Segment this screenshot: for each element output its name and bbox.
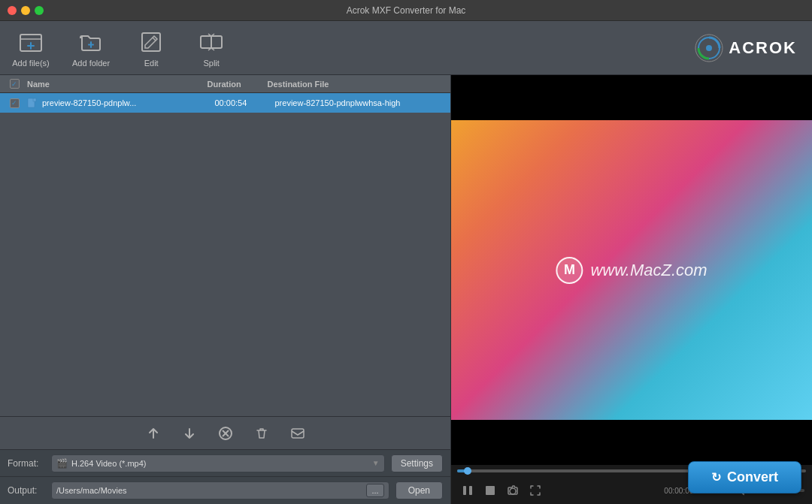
table-header: Name Duration Destination File [0,75,450,93]
row-duration-0: 00:00:54 [215,98,275,107]
svg-rect-14 [469,486,472,495]
col-name: Name [26,80,208,89]
convert-btn-area: ↻ Convert [688,461,801,493]
preview-video: M www.MacZ.com [451,120,812,420]
preview-panel: M www.MacZ.com [451,75,812,504]
row-name-0: preview-827150-pdnplw... [42,98,215,107]
svg-point-16 [510,488,516,494]
add-files-button[interactable]: Add file(s) [12,29,50,68]
action-buttons [0,416,450,449]
edit-label: Edit [144,59,159,68]
file-panel: Name Duration Destination File [0,75,451,504]
acrok-logo-text: ACROK [729,38,797,58]
message-button[interactable] [287,423,308,444]
preview-bottom-black [451,420,812,465]
pause-button[interactable] [459,481,477,499]
output-row: Output: /Users/mac/Movies ... Open [0,477,450,504]
row-checkbox[interactable] [3,98,26,108]
format-icon: 🎬 [56,458,68,469]
select-all-checkbox[interactable] [10,79,20,89]
move-down-button[interactable] [179,423,200,444]
title-bar: Acrok MXF Converter for Mac [0,0,812,21]
main-container: Add file(s) Add folder Edit [0,21,812,504]
bottom-bar: Format: 🎬 H.264 Video (*.mp4) ▼ Settings… [0,449,450,504]
dropdown-arrow-icon: ▼ [372,459,380,467]
convert-button[interactable]: ↻ Convert [688,461,801,493]
header-checkbox[interactable] [3,79,26,89]
col-duration: Duration [208,80,268,89]
add-folder-button[interactable]: Add folder [72,29,110,68]
open-button[interactable]: Open [395,481,443,499]
cancel-button[interactable] [215,423,236,444]
row-check-0[interactable] [10,98,20,108]
preview-top-black [451,75,812,120]
svg-rect-8 [33,98,36,101]
output-browse-button[interactable]: ... [366,484,383,497]
move-up-button[interactable] [143,423,164,444]
output-path-text: /Users/mac/Movies [56,486,363,495]
add-files-icon [17,29,44,56]
format-row: Format: 🎬 H.264 Video (*.mp4) ▼ Settings [0,450,450,477]
convert-label: Convert [727,469,778,485]
output-path-field: /Users/mac/Movies ... [51,481,389,499]
split-icon [198,29,225,56]
edit-icon [138,29,165,56]
svg-rect-15 [486,486,495,495]
settings-button[interactable]: Settings [391,454,443,472]
split-label: Split [203,59,219,68]
content-area: Name Duration Destination File [0,75,812,504]
progress-handle[interactable] [464,467,471,475]
svg-rect-12 [292,429,304,438]
close-button[interactable] [8,6,17,15]
watermark-icon: M [556,257,583,284]
add-files-label: Add file(s) [12,59,50,68]
format-value: H.264 Video (*.mp4) [71,459,372,468]
svg-rect-13 [463,486,466,495]
window-title: Acrok MXF Converter for Mac [347,5,466,16]
watermark-text: www.MacZ.com [590,261,707,280]
col-destination: Destination File [268,80,448,89]
table-body: preview-827150-pdnplw... 00:00:54 previe… [0,93,450,416]
edit-button[interactable]: Edit [132,29,170,68]
fullscreen-button[interactable] [526,481,544,499]
minimize-button[interactable] [21,6,30,15]
row-destination-0: preview-827150-pdnplwwhsa-high [275,98,448,107]
toolbar: Add file(s) Add folder Edit [0,21,812,75]
format-label: Format: [8,458,45,469]
traffic-lights [8,6,44,15]
add-folder-icon [77,29,105,56]
maximize-button[interactable] [35,6,44,15]
format-select[interactable]: 🎬 H.264 Video (*.mp4) ▼ [51,454,385,472]
add-folder-label: Add folder [72,59,110,68]
split-button[interactable]: Split [192,29,230,68]
acrok-logo: ACROK [694,33,797,63]
output-label: Output: [8,485,45,496]
delete-button[interactable] [251,423,272,444]
svg-point-6 [706,45,712,51]
snapshot-button[interactable] [504,481,522,499]
file-icon [26,96,39,110]
stop-button[interactable] [481,481,499,499]
convert-icon: ↻ [711,470,721,484]
table-row[interactable]: preview-827150-pdnplw... 00:00:54 previe… [0,93,450,113]
preview-watermark: M www.MacZ.com [556,257,707,284]
